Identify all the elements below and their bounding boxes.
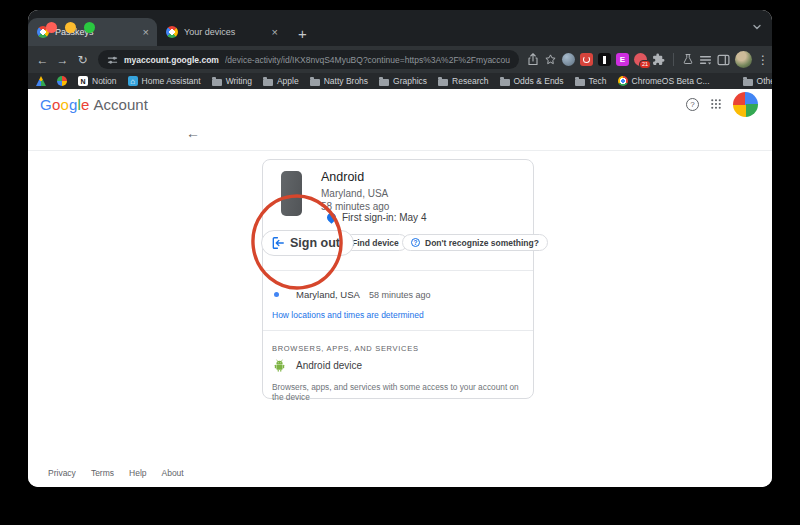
bookmark-item[interactable]: Natty Brohs xyxy=(310,76,368,86)
chrome-icon xyxy=(618,76,628,86)
sign-out-icon xyxy=(271,236,285,250)
browser-window: Passkeys × Your devices × + ← → ↻ myacco… xyxy=(28,10,772,487)
tab-strip: Passkeys × Your devices × + xyxy=(28,10,772,46)
bookmark-item[interactable]: Research xyxy=(438,76,488,86)
chevron-down-icon[interactable] xyxy=(752,23,762,31)
device-name: Android xyxy=(321,170,364,184)
folder-icon xyxy=(263,79,273,86)
card-divider xyxy=(263,330,533,331)
folder-icon xyxy=(212,79,222,86)
bookmark-item[interactable]: Tech xyxy=(575,76,607,86)
footer-link[interactable]: Terms xyxy=(91,468,114,478)
services-section-label: BROWSERS, APPS, AND SERVICES xyxy=(272,344,419,353)
extension-icon-1[interactable] xyxy=(562,53,575,66)
browser-menu-icon[interactable]: ⋮ xyxy=(757,53,765,67)
forward-button[interactable]: → xyxy=(55,53,70,67)
bookmark-item[interactable]: Graphics xyxy=(379,76,427,86)
notion-icon xyxy=(78,76,88,86)
extension-icon-2[interactable] xyxy=(580,53,593,66)
bookmark-item[interactable] xyxy=(57,76,67,86)
google-photos-icon xyxy=(57,76,67,86)
browser-profile-avatar[interactable] xyxy=(735,51,752,68)
extension-icon-5[interactable]: 21 xyxy=(634,53,647,66)
side-panel-icon[interactable] xyxy=(717,54,730,66)
page-back-arrow[interactable]: ← xyxy=(186,125,200,141)
bookmark-item[interactable]: Odds & Ends xyxy=(500,76,564,86)
account-avatar[interactable] xyxy=(733,92,758,117)
extension-icon-4[interactable]: E xyxy=(616,53,629,66)
product-name: Account xyxy=(94,96,148,113)
logo-letter: g xyxy=(69,96,78,113)
window-controls xyxy=(46,22,95,33)
extensions-puzzle-icon[interactable] xyxy=(652,53,665,66)
reading-list-icon[interactable] xyxy=(699,54,712,66)
new-tab-button[interactable]: + xyxy=(298,26,307,41)
address-bar[interactable]: myaccount.google.com/device-activity/id/… xyxy=(98,50,519,69)
bookmark-item[interactable]: Home Assistant xyxy=(128,76,201,86)
phone-icon xyxy=(281,171,302,216)
bookmark-label: Apple xyxy=(277,76,299,86)
dont-recognize-label: Don't recognize something? xyxy=(425,238,539,248)
logo-letter: e xyxy=(81,96,90,113)
close-tab-icon[interactable]: × xyxy=(143,27,149,37)
first-sign-in-label: First sign-in: May 4 xyxy=(342,212,426,223)
bookmark-item[interactable]: Notion xyxy=(78,76,117,86)
footer-link[interactable]: Privacy xyxy=(48,468,76,478)
home-assistant-icon xyxy=(128,76,138,86)
bookmark-item[interactable]: Writing xyxy=(212,76,252,86)
session-dot-icon xyxy=(274,292,279,297)
close-tab-icon[interactable]: × xyxy=(272,27,278,37)
url-host: myaccount.google.com xyxy=(124,55,219,65)
session-row: Maryland, USA 58 minutes ago xyxy=(274,289,430,300)
service-description: Browsers, apps, and services with some a… xyxy=(272,382,524,402)
logo-letter: o xyxy=(60,96,69,113)
locations-info-link[interactable]: How locations and times are determined xyxy=(272,310,424,320)
zoom-window-button[interactable] xyxy=(84,22,95,33)
bookmark-item[interactable] xyxy=(36,76,46,86)
share-icon[interactable] xyxy=(527,53,539,66)
folder-icon xyxy=(438,79,448,86)
sign-out-label: Sign out xyxy=(290,236,340,250)
find-device-label: Find device xyxy=(352,238,399,248)
reload-button[interactable]: ↻ xyxy=(75,53,90,67)
tab-your-devices[interactable]: Your devices × xyxy=(157,18,286,46)
extension-badge: 21 xyxy=(639,60,651,69)
bookmark-star-icon[interactable] xyxy=(544,53,557,66)
browser-toolbar: ← → ↻ myaccount.google.com/device-activi… xyxy=(28,46,772,73)
account-header: Google Account ? xyxy=(28,89,772,119)
card-divider xyxy=(263,270,533,271)
bookmark-item[interactable]: ChromeOS Beta C... xyxy=(618,76,710,86)
footer-link[interactable]: About xyxy=(162,468,184,478)
bookmarks-bar: Notion Home Assistant Writing Apple Natt… xyxy=(28,73,772,89)
folder-icon xyxy=(743,79,753,86)
bookmark-item[interactable]: Apple xyxy=(263,76,299,86)
help-icon[interactable]: ? xyxy=(686,98,699,111)
android-robot-icon xyxy=(272,358,287,373)
bookmark-label: Odds & Ends xyxy=(514,76,564,86)
service-name: Android device xyxy=(296,360,362,371)
page-footer: PrivacyTermsHelpAbout xyxy=(48,468,184,478)
google-account-page: Google Account ? ← xyxy=(28,89,772,487)
bookmark-label: Writing xyxy=(226,76,252,86)
chrome-labs-flask-icon[interactable] xyxy=(682,53,694,66)
location-pin-icon xyxy=(325,211,338,224)
bookmark-label: Home Assistant xyxy=(142,76,201,86)
close-window-button[interactable] xyxy=(46,22,57,33)
extension-icon-3[interactable] xyxy=(598,53,611,66)
bookmark-label: Research xyxy=(452,76,488,86)
bookmark-label: Graphics xyxy=(393,76,427,86)
other-bookmarks-button[interactable]: Other Bookmarks xyxy=(743,76,772,86)
service-row: Android device xyxy=(272,358,362,373)
back-button[interactable]: ← xyxy=(35,53,50,67)
minimize-window-button[interactable] xyxy=(65,22,76,33)
folder-icon xyxy=(379,79,389,86)
sign-out-button[interactable]: Sign out xyxy=(261,230,354,256)
google-logo: Google xyxy=(40,96,90,113)
google-drive-icon xyxy=(36,76,46,86)
dont-recognize-button[interactable]: ? Don't recognize something? xyxy=(402,234,548,251)
question-circle-icon: ? xyxy=(411,238,420,247)
footer-link[interactable]: Help xyxy=(129,468,146,478)
logo-letter: G xyxy=(40,96,52,113)
google-apps-grid-icon[interactable] xyxy=(710,98,722,110)
google-favicon xyxy=(166,26,178,38)
